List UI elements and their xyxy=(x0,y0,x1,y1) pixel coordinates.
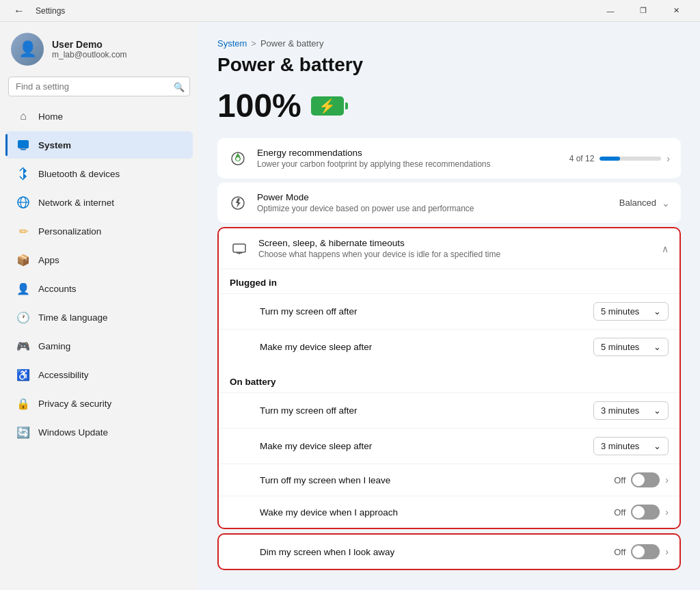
screen-sleep-row[interactable]: Screen, sleep, & hibernate timeouts Choo… xyxy=(219,228,679,269)
avatar: 👤 xyxy=(11,33,44,66)
screen-leave-row[interactable]: Turn off my screen when I leave Off › xyxy=(219,464,679,496)
sidebar-item-label-bluetooth: Bluetooth & devices xyxy=(38,169,120,179)
sidebar: 👤 User Demo m_lab@outlook.com 🔍 ⌂ Home S… xyxy=(0,22,198,590)
screen-sleep-right: ∧ xyxy=(662,243,669,254)
battery-screen-off-row[interactable]: Turn my screen off after 3 minutes ⌄ xyxy=(219,392,679,428)
energy-recommendations-row[interactable]: Energy recommendations Lower your carbon… xyxy=(217,138,681,178)
maximize-button[interactable]: ❐ xyxy=(628,0,659,22)
battery-screen-off-chevron-icon: ⌄ xyxy=(654,405,661,416)
network-icon xyxy=(16,196,30,209)
energy-progress-bar xyxy=(600,157,661,161)
plugged-in-header: Plugged in xyxy=(219,269,679,293)
power-mode-desc: Optimize your device based on power use … xyxy=(257,204,610,213)
back-button[interactable]: ← xyxy=(8,2,30,20)
battery-sleep-dropdown[interactable]: 3 minutes ⌄ xyxy=(593,437,669,455)
plugged-screen-off-dropdown[interactable]: 5 minutes ⌄ xyxy=(593,302,669,321)
search-icon: 🔍 xyxy=(174,81,185,92)
sidebar-item-apps[interactable]: 📦 Apps xyxy=(5,246,193,273)
system-icon xyxy=(16,138,30,152)
titlebar-left: ← Settings xyxy=(8,2,65,20)
battery-sleep-row[interactable]: Make my device sleep after 3 minutes ⌄ xyxy=(219,428,679,464)
svg-rect-0 xyxy=(18,140,29,148)
battery-section: 100% ⚡ xyxy=(217,87,681,124)
screen-sleep-card: Screen, sleep, & hibernate timeouts Choo… xyxy=(217,227,681,529)
battery-screen-off-dropdown[interactable]: 3 minutes ⌄ xyxy=(593,401,669,420)
plugged-screen-off-chevron-icon: ⌄ xyxy=(654,306,661,317)
sidebar-item-label-update: Windows Update xyxy=(38,427,108,438)
user-profile[interactable]: 👤 User Demo m_lab@outlook.com xyxy=(0,22,198,74)
breadcrumb-system-link[interactable]: System xyxy=(217,38,247,49)
battery-bolt-icon: ⚡ xyxy=(319,98,336,114)
plugged-sleep-value: 5 minutes xyxy=(601,342,639,352)
sidebar-item-bluetooth[interactable]: Bluetooth & devices xyxy=(5,160,193,187)
battery-screen-off-label: Turn my screen off after xyxy=(260,405,584,416)
screen-sleep-text: Screen, sleep, & hibernate timeouts Choo… xyxy=(258,238,652,259)
sidebar-item-time[interactable]: 🕐 Time & language xyxy=(5,304,193,331)
power-mode-value: Balanced xyxy=(619,198,656,208)
accessibility-icon: ♿ xyxy=(16,368,30,381)
energy-chevron-icon: › xyxy=(667,153,670,164)
sidebar-item-label-home: Home xyxy=(38,111,63,122)
apps-icon: 📦 xyxy=(16,253,30,267)
close-button[interactable]: ✕ xyxy=(660,0,692,22)
energy-text: Energy recommendations Lower your carbon… xyxy=(257,148,560,169)
wake-approach-toggle[interactable] xyxy=(631,505,660,520)
sidebar-item-accounts[interactable]: 👤 Accounts xyxy=(5,275,193,302)
breadcrumb-separator: > xyxy=(251,38,256,49)
on-battery-header: On battery xyxy=(219,368,679,392)
titlebar-title: Settings xyxy=(36,6,65,16)
sidebar-item-update[interactable]: 🔄 Windows Update xyxy=(5,418,193,446)
dim-screen-toggle[interactable] xyxy=(631,544,660,559)
battery-sleep-value: 3 minutes xyxy=(601,441,639,451)
energy-progress-label: 4 of 12 xyxy=(569,154,595,163)
sidebar-item-gaming[interactable]: 🎮 Gaming xyxy=(5,332,193,360)
svg-line-4 xyxy=(20,176,23,180)
dim-screen-label: Dim my screen when I look away xyxy=(260,547,604,557)
accounts-icon: 👤 xyxy=(16,282,30,295)
plugged-sleep-label: Make my device sleep after xyxy=(260,342,584,352)
dim-screen-row[interactable]: Dim my screen when I look away Off › xyxy=(217,533,681,570)
screen-leave-value: Off xyxy=(614,475,625,485)
sidebar-item-privacy[interactable]: 🔒 Privacy & security xyxy=(5,390,193,417)
plugged-screen-off-row[interactable]: Turn my screen off after 5 minutes ⌄ xyxy=(219,293,679,329)
dim-screen-chevron-icon: › xyxy=(665,546,669,557)
personalization-icon: ✏ xyxy=(16,224,30,238)
user-info: User Demo m_lab@outlook.com xyxy=(52,39,127,59)
bluetooth-icon xyxy=(16,167,30,180)
plugged-sleep-dropdown[interactable]: 5 minutes ⌄ xyxy=(593,338,669,356)
energy-title: Energy recommendations xyxy=(257,148,560,158)
sidebar-item-network[interactable]: Network & internet xyxy=(5,189,193,216)
screen-leave-toggle[interactable] xyxy=(631,472,660,487)
sidebar-item-label-personalization: Personalization xyxy=(38,226,101,237)
sidebar-item-label-accounts: Accounts xyxy=(38,284,77,294)
sidebar-item-system[interactable]: System xyxy=(5,131,193,159)
minimize-button[interactable]: — xyxy=(595,0,626,22)
screen-leave-chevron-icon: › xyxy=(665,474,669,485)
power-mode-row[interactable]: Power Mode Optimize your device based on… xyxy=(217,183,681,223)
energy-progress-fill xyxy=(600,157,620,161)
search-input[interactable] xyxy=(8,77,190,96)
energy-progress: 4 of 12 xyxy=(569,154,662,163)
wake-approach-row[interactable]: Wake my device when I approach Off › xyxy=(219,496,679,528)
plugged-screen-off-value: 5 minutes xyxy=(601,306,639,317)
expanded-section: Plugged in Turn my screen off after 5 mi… xyxy=(219,269,679,528)
search-box[interactable]: 🔍 xyxy=(8,77,190,96)
dim-screen-right: Off › xyxy=(614,544,669,559)
screen-sleep-chevron-icon: ∧ xyxy=(662,243,669,254)
power-mode-icon xyxy=(228,193,247,213)
screen-leave-right: Off › xyxy=(614,472,669,487)
battery-sleep-label: Make my device sleep after xyxy=(260,441,584,451)
svg-line-3 xyxy=(20,167,23,171)
plugged-sleep-row[interactable]: Make my device sleep after 5 minutes ⌄ xyxy=(219,329,679,364)
sidebar-item-label-accessibility: Accessibility xyxy=(38,370,89,380)
update-icon: 🔄 xyxy=(16,425,30,439)
privacy-icon: 🔒 xyxy=(16,397,30,410)
dim-screen-value: Off xyxy=(614,547,625,557)
wake-approach-right: Off › xyxy=(614,505,669,520)
power-mode-text: Power Mode Optimize your device based on… xyxy=(257,192,610,213)
sidebar-item-accessibility[interactable]: ♿ Accessibility xyxy=(5,361,193,388)
svg-rect-2 xyxy=(20,148,27,149)
sidebar-item-personalization[interactable]: ✏ Personalization xyxy=(5,217,193,245)
sidebar-item-label-apps: Apps xyxy=(38,255,59,265)
sidebar-item-home[interactable]: ⌂ Home xyxy=(5,103,193,130)
